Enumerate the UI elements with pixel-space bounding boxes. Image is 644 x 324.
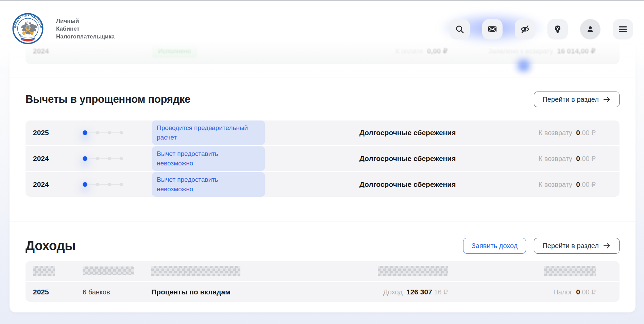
income-rows: 2025 6 банков Проценты по вкладам Доход … [26, 261, 620, 302]
redacted-block [544, 266, 596, 276]
fns-logo[interactable]: ФЕДЕРАЛЬНАЯ НАЛОГОВАЯ СЛУЖБА [12, 13, 44, 44]
progress-stepper [83, 182, 152, 187]
page-header: ФЕДЕРАЛЬНАЯ НАЛОГОВАЯ СЛУЖБА [0, 0, 644, 51]
mail-icon [488, 25, 497, 34]
row-year: 2024 [26, 180, 83, 189]
declare-income-button[interactable]: Заявить доход [463, 238, 526, 254]
section-divider [10, 78, 635, 78]
income-section-title: Доходы [26, 239, 75, 253]
deductions-section-title: Вычеты в упрощенном порядке [26, 93, 190, 106]
deductions-go-to-section-button[interactable]: Перейти в раздел [534, 92, 620, 107]
redacted-block [33, 266, 55, 276]
status-badge: Проводится предварительныйрасчет [152, 120, 265, 145]
progress-stepper [83, 130, 152, 135]
row-year: 2025 [26, 129, 83, 137]
status-badge: Вычет предоставитьневозможно [152, 172, 265, 196]
messages-button[interactable] [482, 19, 503, 39]
row-year: 2025 [26, 288, 83, 296]
deduction-type: Долгосрочные сбережения [359, 180, 518, 189]
refund-amount: К возврату 0.00 ₽ [518, 155, 620, 163]
tips-button[interactable] [547, 19, 568, 39]
refund-amount: К возврату 0.00 ₽ [518, 180, 620, 189]
income-amount: Доход 126 307.16 ₽ [332, 288, 448, 296]
refund-amount: К возврату 0.00 ₽ [518, 129, 620, 137]
deduction-row[interactable]: 2024 Вычет предоставитьневозможно Долгос… [26, 146, 620, 171]
income-row[interactable]: 2025 6 банков Проценты по вкладам Доход … [26, 282, 620, 302]
arrow-right-icon [603, 95, 611, 103]
profile-button[interactable] [580, 19, 600, 39]
income-type: Проценты по вкладам [151, 288, 332, 296]
search-icon [455, 25, 464, 34]
menu-icon [618, 25, 628, 34]
redacted-block [151, 266, 240, 276]
arrow-right-icon [603, 242, 611, 250]
step-dot [521, 62, 526, 67]
section-divider [10, 222, 635, 222]
row-year: 2024 [26, 155, 83, 163]
deduction-row[interactable]: 2024 Вычет предоставитьневозможно Долгос… [26, 172, 620, 197]
menu-button[interactable] [613, 19, 633, 39]
lightbulb-icon [553, 25, 562, 34]
redacted-block [83, 266, 134, 275]
progress-stepper [83, 156, 152, 161]
redacted-block [378, 266, 448, 276]
deduction-type: Долгосрочные сбережения [359, 155, 518, 163]
income-source: 6 банков [83, 288, 151, 296]
deduction-type: Долгосрочные сбережения [359, 129, 518, 137]
status-badge: Вычет предоставитьневозможно [152, 146, 265, 171]
accessibility-button[interactable] [515, 19, 535, 39]
search-button[interactable] [450, 19, 470, 39]
app-title: Личный Кабинет Налогоплательщика [56, 17, 115, 40]
main-content-card: 2024 Исполнено К оплате 0,00 ₽ Заявлено … [10, 34, 635, 312]
income-go-to-section-button[interactable]: Перейти в раздел [534, 238, 620, 254]
deductions-rows: 2025 Проводится предварительныйрасчет До… [26, 120, 620, 197]
profile-icon [586, 25, 595, 34]
tax-amount: Налог 0.00 ₽ [448, 288, 620, 296]
income-row-redacted[interactable] [26, 261, 620, 281]
eye-off-icon [520, 25, 530, 34]
deduction-row[interactable]: 2025 Проводится предварительныйрасчет До… [26, 120, 620, 145]
